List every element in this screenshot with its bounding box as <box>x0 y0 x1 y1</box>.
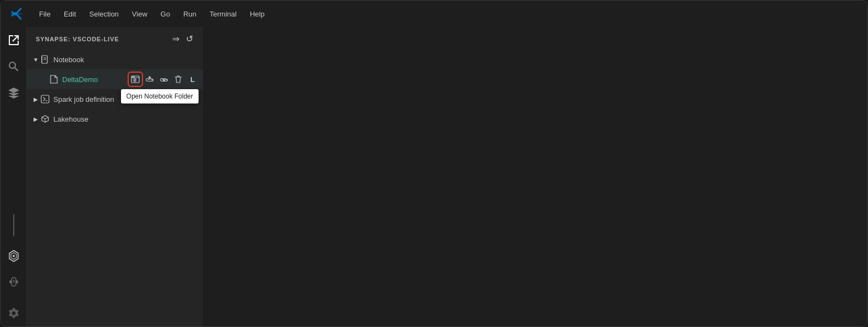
lakehouse-icon <box>40 114 50 124</box>
vscode-window: File Edit Selection View Go Run Terminal… <box>0 0 868 327</box>
svg-rect-8 <box>131 77 135 78</box>
menu-run[interactable]: Run <box>178 8 202 20</box>
sidebar-header-icons: ⇒ ↺ <box>171 32 194 45</box>
label-badge: L <box>186 73 199 85</box>
menu-help[interactable]: Help <box>244 8 270 20</box>
sidebar-title: SYNAPSE: VSCODE-LIVE <box>36 36 119 42</box>
chevron-right-icon2: ▶ <box>31 115 40 123</box>
svg-point-1 <box>13 255 15 257</box>
menu-edit[interactable]: Edit <box>58 8 81 20</box>
svg-rect-3 <box>41 57 42 58</box>
menu-terminal[interactable]: Terminal <box>204 8 242 20</box>
menu-file[interactable]: File <box>34 8 56 20</box>
file-tree: ▼ Notebook <box>27 50 203 326</box>
notebook-icon <box>40 54 50 64</box>
tooltip-open-notebook-folder: Open Notebook Folder <box>121 89 199 103</box>
activity-settings-icon[interactable] <box>5 304 23 322</box>
activity-layers-icon[interactable] <box>5 84 23 102</box>
lakehouse-label: Lakehouse <box>53 115 199 123</box>
open-notebook-folder-icon[interactable] <box>129 73 141 85</box>
activity-bar-bottom <box>5 212 23 322</box>
deltademo-label: DeltaDemo <box>62 75 129 84</box>
activity-explorer-icon[interactable] <box>5 31 23 49</box>
download-cloud-icon[interactable] <box>158 73 170 85</box>
vscode-logo-icon <box>9 6 25 21</box>
notebook-label: Notebook <box>53 56 199 64</box>
activity-debug-icon[interactable] <box>5 274 23 291</box>
spark-icon <box>40 94 50 104</box>
activity-bar <box>1 27 27 326</box>
menu-go[interactable]: Go <box>155 8 175 20</box>
upload-cloud-icon[interactable] <box>144 73 156 85</box>
chevron-down-icon: ▼ <box>31 55 40 64</box>
delete-icon[interactable] <box>172 73 184 85</box>
svg-rect-0 <box>11 13 22 14</box>
row-actions: L <box>129 73 199 85</box>
editor-area <box>203 27 867 326</box>
svg-rect-4 <box>41 59 42 60</box>
activity-synapse-icon[interactable] <box>5 247 23 265</box>
sidebar-header: SYNAPSE: VSCODE-LIVE ⇒ ↺ <box>27 27 203 50</box>
file-icon <box>49 74 59 84</box>
sidebar-reload-icon[interactable]: ↺ <box>185 32 194 45</box>
activity-divider <box>13 214 14 236</box>
menu-selection[interactable]: Selection <box>84 8 124 20</box>
tree-item-lakehouse[interactable]: ▶ Lakehouse <box>27 109 203 129</box>
chevron-right-icon: ▶ <box>31 95 40 103</box>
menu-view[interactable]: View <box>127 8 153 20</box>
activity-search-icon[interactable] <box>5 58 23 75</box>
svg-rect-5 <box>41 61 42 62</box>
sidebar-refresh-icon[interactable]: ⇒ <box>171 32 180 45</box>
titlebar: File Edit Selection View Go Run Terminal… <box>1 1 867 27</box>
tree-item-notebook[interactable]: ▼ Notebook <box>27 50 203 69</box>
sidebar: SYNAPSE: VSCODE-LIVE ⇒ ↺ ▼ <box>27 27 203 326</box>
main-area: SYNAPSE: VSCODE-LIVE ⇒ ↺ ▼ <box>1 27 867 326</box>
tree-item-deltademo[interactable]: DeltaDemo <box>27 69 203 89</box>
